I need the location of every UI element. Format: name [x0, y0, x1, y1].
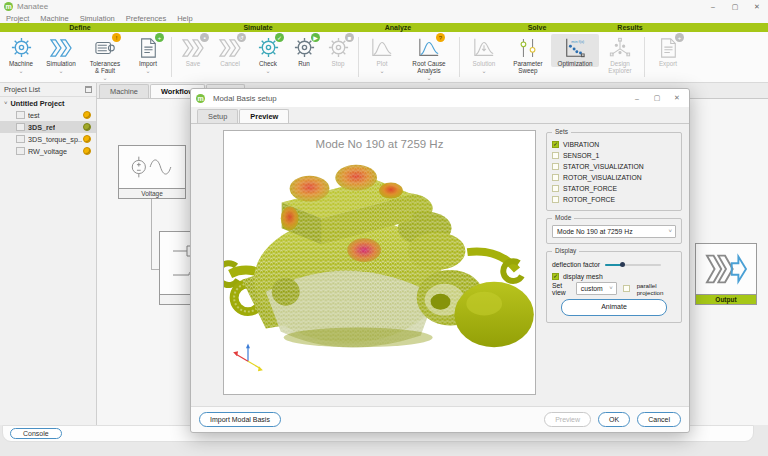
tree-expand-icon[interactable]: ˅: [4, 100, 8, 106]
project-item-test[interactable]: test: [0, 109, 96, 121]
ribbon-button-machine[interactable]: Machine ⌄: [2, 34, 40, 74]
project-item-3ds-torque[interactable]: 3DS_torque_sp...: [0, 133, 96, 145]
tree-root[interactable]: ˅ Untitled Project: [0, 97, 96, 109]
section-define: Define: [69, 24, 90, 31]
chevron-down-icon[interactable]: ⌄: [265, 68, 270, 74]
check-badge-icon: ✓: [275, 33, 284, 42]
motor-icon: !: [92, 35, 118, 60]
solution-curve-icon: [471, 35, 497, 60]
checkbox-icon[interactable]: [552, 141, 559, 148]
chevron-down-icon[interactable]: ⌄: [58, 68, 63, 74]
minimize-button[interactable]: –: [702, 0, 724, 13]
cancel-chevrons-icon: ↺: [217, 35, 243, 60]
ribbon-button-import[interactable]: + Import ⌄: [128, 34, 168, 74]
ok-button[interactable]: OK: [598, 412, 630, 427]
dialog-footer: Import Modal Basis Preview OK Cancel: [191, 406, 689, 432]
dialog-tab-setup[interactable]: Setup: [197, 109, 238, 123]
project-item-3ds-ref[interactable]: 3DS_ref: [0, 121, 96, 133]
import-badge-icon: +: [155, 33, 164, 42]
ribbon-button-tolerances-fault[interactable]: ! Tolerances & Fault ⌄: [82, 34, 128, 81]
checkbox-icon[interactable]: [552, 185, 559, 192]
run-gear-icon: ▶: [291, 35, 317, 60]
ribbon-section-bar: Define Simulate Analyze Solve Results: [0, 23, 768, 32]
checkbox-icon[interactable]: [552, 273, 559, 280]
output-node[interactable]: Output: [695, 243, 757, 305]
deflection-slider[interactable]: [605, 264, 661, 266]
chevron-down-icon[interactable]: ⌄: [481, 68, 486, 74]
mode-groupbox: Mode Mode No 190 at 7259 Hz: [546, 218, 682, 244]
ribbon-button-stop[interactable]: ■ Stop: [321, 34, 355, 67]
sliders-icon: [515, 35, 541, 60]
ribbon-button-solution[interactable]: Solution ⌄: [463, 34, 505, 74]
import-modal-basis-button[interactable]: Import Modal Basis: [199, 412, 281, 427]
status-warning-icon: [83, 147, 91, 155]
deflection-slider-handle[interactable]: [620, 262, 625, 267]
menu-help[interactable]: Help: [177, 14, 192, 23]
dialog-tab-preview[interactable]: Preview: [239, 109, 289, 123]
ribbon: Machine ⌄ Simulation ⌄ ! Tolerances & Fa…: [0, 32, 768, 83]
ribbon-button-design-explorer[interactable]: Design Explorer: [599, 34, 641, 74]
ribbon-button-check[interactable]: ✓ Check ⌄: [249, 34, 287, 74]
ribbon-button-simulation[interactable]: Simulation ⌄: [40, 34, 82, 74]
preview-button[interactable]: Preview: [544, 412, 591, 427]
checkbox-rotor-visualization[interactable]: ROTOR_VISUALIZATION: [552, 172, 676, 183]
ribbon-button-export[interactable]: + Export: [648, 34, 688, 67]
chevron-down-icon[interactable]: ⌄: [426, 75, 431, 81]
ribbon-button-save[interactable]: ▪ Save: [175, 34, 211, 67]
ribbon-separator: [171, 37, 172, 77]
tab-machine[interactable]: Machine: [99, 84, 149, 98]
checkbox-icon[interactable]: [552, 196, 559, 203]
chevron-down-icon[interactable]: ⌄: [379, 68, 384, 74]
mode-select-value: Mode No 190 at 7259 Hz: [557, 228, 633, 235]
menu-bar: Project Machine Simulation Preferences H…: [0, 13, 768, 23]
checkbox-stator-visualization[interactable]: STATOR_VISUALIZATION: [552, 161, 676, 172]
dialog-minimize-button[interactable]: –: [627, 89, 647, 107]
menu-project[interactable]: Project: [6, 14, 29, 23]
console-button[interactable]: Console: [10, 428, 62, 439]
section-simulate: Simulate: [243, 24, 272, 31]
checkbox-vibration[interactable]: VIBRATION: [552, 139, 676, 150]
voltage-node[interactable]: Voltage: [118, 145, 186, 199]
set-view-select[interactable]: custom: [576, 282, 617, 295]
axis-triad-icon: [233, 343, 263, 371]
mode-select[interactable]: Mode No 190 at 7259 Hz: [552, 225, 676, 238]
ribbon-button-root-cause-analysis[interactable]: ? Root Cause Analysis ⌄: [402, 34, 456, 81]
checkbox-sensor-1[interactable]: SENSOR_1: [552, 150, 676, 161]
ribbon-button-parameter-sweep[interactable]: Parameter Sweep: [505, 34, 551, 74]
parallel-projection-checkbox[interactable]: [623, 285, 630, 292]
ribbon-button-optimization[interactable]: min f(x) Optimization: [551, 34, 599, 67]
project-item-rw-voltage[interactable]: RW_voltage: [0, 145, 96, 157]
menu-machine[interactable]: Machine: [40, 14, 68, 23]
project-item-icon: [16, 111, 25, 119]
dialog-title-bar[interactable]: m Modal Basis setup – ▢ ✕: [191, 89, 689, 107]
3d-viewport[interactable]: Mode No 190 at 7259 Hz: [223, 130, 536, 395]
menu-simulation[interactable]: Simulation: [80, 14, 115, 23]
ribbon-button-plot[interactable]: Plot ⌄: [362, 34, 402, 74]
ribbon-button-cancel[interactable]: ↺ Cancel: [211, 34, 249, 67]
output-node-label: Output: [696, 294, 756, 304]
close-button[interactable]: ✕: [746, 0, 768, 13]
dock-pin-icon[interactable]: [85, 86, 92, 93]
project-list-title: Project List: [4, 85, 40, 94]
warning-badge-icon: !: [112, 33, 121, 42]
checkbox-stator-force[interactable]: STATOR_FORCE: [552, 183, 676, 194]
set-view-row: Set view custom parallel projection: [552, 282, 676, 295]
checkbox-icon[interactable]: [552, 174, 559, 181]
cancel-button[interactable]: Cancel: [637, 412, 681, 427]
ribbon-button-run[interactable]: ▶ Run: [287, 34, 321, 67]
chevron-down-icon[interactable]: ⌄: [102, 75, 107, 81]
maximize-button[interactable]: ▢: [724, 0, 746, 13]
chevron-down-icon[interactable]: ⌄: [145, 68, 150, 74]
checkbox-display-mesh[interactable]: display mesh: [552, 271, 676, 282]
dialog-maximize-button[interactable]: ▢: [647, 89, 667, 107]
chevron-down-icon[interactable]: ⌄: [18, 68, 23, 74]
menu-preferences[interactable]: Preferences: [126, 14, 166, 23]
machine-model: [224, 165, 534, 348]
checkbox-icon[interactable]: [552, 163, 559, 170]
checkbox-icon[interactable]: [552, 152, 559, 159]
checkbox-rotor-force[interactable]: ROTOR_FORCE: [552, 194, 676, 205]
animate-button[interactable]: Animate: [561, 299, 667, 316]
simulation-chevrons-icon: [48, 35, 74, 60]
check-gear-icon: ✓: [255, 35, 281, 60]
dialog-close-button[interactable]: ✕: [667, 89, 687, 107]
